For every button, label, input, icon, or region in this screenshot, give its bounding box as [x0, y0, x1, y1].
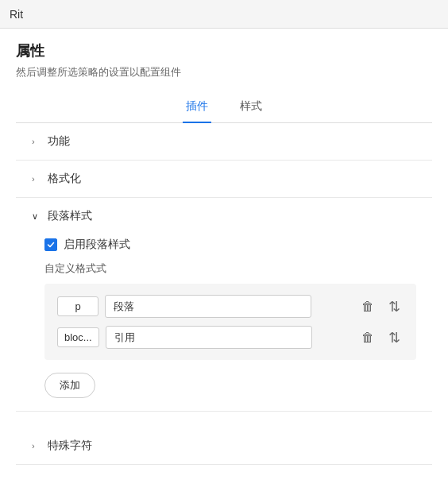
trash-icon: 🗑	[361, 300, 374, 314]
top-bar: Rit	[0, 0, 448, 29]
check-icon	[47, 241, 55, 249]
format-row-p-actions: 🗑 ⇅	[358, 298, 404, 315]
chevron-right-icon-3: ›	[32, 441, 41, 451]
chevron-right-icon-2: ›	[32, 174, 41, 184]
sort-row-bloc-button[interactable]: ⇅	[385, 329, 404, 346]
custom-format-label: 自定义格式式	[44, 261, 416, 276]
section-paragraph-style-label: 段落样式	[48, 209, 92, 223]
add-format-button[interactable]: 添加	[44, 373, 95, 398]
section-paragraph-style: ∨ 段落样式 启用段落样式 自定义格式式 p	[16, 198, 432, 412]
sort-icon: ⇅	[388, 300, 400, 314]
section-special-chars: › 特殊字符	[16, 428, 432, 465]
section-paragraph-style-header[interactable]: ∨ 段落样式	[16, 198, 432, 234]
section-formatting-label: 格式化	[48, 172, 81, 186]
sort-row-p-button[interactable]: ⇅	[385, 298, 404, 315]
trash-icon-2: 🗑	[361, 331, 374, 345]
section-special-chars-label: 特殊字符	[48, 439, 92, 453]
format-tag-p: p	[57, 296, 98, 316]
chevron-down-icon: ∨	[32, 211, 41, 222]
format-input-bloc[interactable]	[106, 326, 312, 349]
section-functions: › 功能	[16, 123, 432, 161]
section-formatting-header[interactable]: › 格式化	[16, 161, 432, 197]
tab-styles[interactable]: 样式	[237, 93, 265, 123]
format-row-p: p 🗑 ⇅	[57, 295, 404, 318]
custom-format-box: p 🗑 ⇅ bloc...	[44, 284, 416, 360]
section-functions-label: 功能	[48, 134, 70, 149]
page-title: 属性	[16, 41, 432, 60]
page-subtitle: 然后调整所选策略的设置以配置组件	[16, 65, 432, 79]
format-input-p[interactable]	[105, 295, 311, 318]
sort-icon-2: ⇅	[388, 331, 400, 345]
chevron-right-icon: ›	[32, 137, 41, 146]
section-special-chars-header[interactable]: › 特殊字符	[16, 428, 432, 464]
section-formatting: › 格式化	[16, 161, 432, 198]
enable-paragraph-style-checkbox[interactable]	[44, 238, 57, 251]
section-paragraph-style-body: 启用段落样式 自定义格式式 p 🗑 ⇅	[16, 234, 432, 411]
enable-paragraph-style-row: 启用段落样式	[44, 238, 416, 252]
delete-row-bloc-button[interactable]: 🗑	[358, 329, 377, 346]
page-content: 属性 然后调整所选策略的设置以配置组件 插件 样式 › 功能 › 格式化 ∨ 段…	[0, 29, 448, 465]
format-row-bloc-actions: 🗑 ⇅	[358, 329, 404, 346]
enable-paragraph-style-label: 启用段落样式	[64, 238, 130, 252]
format-tag-bloc: bloc...	[57, 327, 99, 347]
tab-plugins[interactable]: 插件	[183, 93, 211, 123]
format-row-bloc: bloc... 🗑 ⇅	[57, 326, 404, 349]
delete-row-p-button[interactable]: 🗑	[358, 298, 377, 315]
top-bar-title: Rit	[10, 8, 23, 21]
section-functions-header[interactable]: › 功能	[16, 123, 432, 160]
tabs: 插件 样式	[16, 92, 432, 123]
